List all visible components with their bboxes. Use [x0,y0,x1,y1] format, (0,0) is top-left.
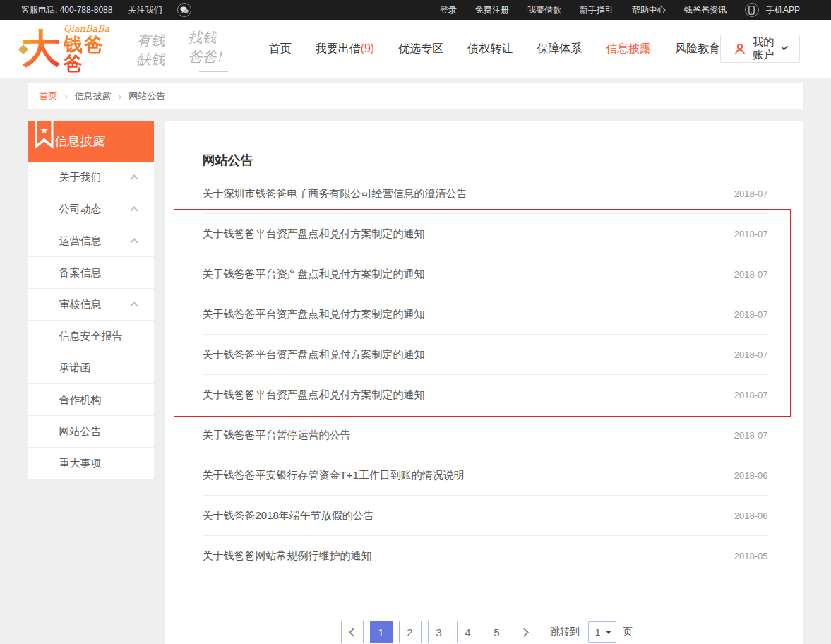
page-button-2[interactable]: 2 [399,621,422,643]
announcement-row[interactable]: 关于钱爸爸平台暂停运营的公告 2018-07 [203,415,768,455]
service-phone: 客服电话: 400-788-8088 [21,4,112,16]
register-link[interactable]: 免费注册 [475,4,509,16]
announcement-row[interactable]: 关于钱爸爸平台资产盘点和兑付方案制定的通知 2018-07 [203,214,768,254]
announcement-date: 2018-06 [734,511,768,521]
announcement-date: 2018-07 [734,309,768,320]
announcement-list: 关于深圳市钱爸爸电子商务有限公司经营信息的澄清公告 2018-07 关于钱爸爸平… [203,174,768,576]
sidebar-item-company-news[interactable]: 公司动态 [28,193,154,225]
page-button-4[interactable]: 4 [457,621,479,643]
bookmark-ribbon-icon: ★ [35,121,54,149]
announcement-row[interactable]: 关于钱爸爸网站常规例行维护的通知 2018-05 [203,536,768,576]
nav-item-disclosure[interactable]: 信息披露 [606,42,651,56]
brand-name-cn: 钱爸爸 [64,35,110,73]
nav-item-guarantee[interactable]: 保障体系 [537,42,582,56]
page-title: 网站公告 [203,121,768,169]
sidebar-item-commitment-letter[interactable]: 承诺函 [28,352,154,384]
breadcrumb-announcements[interactable]: 网站公告 [128,90,165,102]
sidebar-item-audit-info[interactable]: 审核信息 [28,289,154,321]
login-link[interactable]: 登录 [440,4,457,16]
announcement-date: 2018-07 [734,430,768,441]
announcement-row[interactable]: 关于钱爸爸平台资产盘点和兑付方案制定的通知 2018-07 [203,375,768,415]
next-page-button[interactable] [515,621,537,643]
site-logo[interactable]: 大 QianBaBa 钱爸爸 [21,24,110,73]
news-link[interactable]: 钱爸爸资讯 [684,4,727,16]
wechat-icon[interactable] [177,3,191,17]
nav-item-lend[interactable]: 我要出借(9) [316,42,375,56]
nav-item-featured[interactable]: 优选专区 [398,42,443,56]
sidebar-item-partners[interactable]: 合作机构 [28,384,154,416]
announcement-date: 2018-07 [734,390,768,400]
chevron-right-icon: › [65,91,68,102]
nav-item-risk-education[interactable]: 风险教育 [675,42,720,56]
newbie-guide-link[interactable]: 新手指引 [580,4,614,16]
announcement-row[interactable]: 关于深圳市钱爸爸电子商务有限公司经营信息的澄清公告 2018-07 [203,174,768,214]
announcements-panel: 网站公告 关于深圳市钱爸爸电子商务有限公司经营信息的澄清公告 2018-07 关… [165,121,803,644]
dropdown-arrow-icon [606,631,611,634]
sidebar-item-operation-info[interactable]: 运营信息 [28,225,154,257]
nav-item-debt-transfer[interactable]: 债权转让 [467,42,513,56]
main-nav: 首页 我要出借(9) 优选专区 债权转让 保障体系 信息披露 风险教育 [269,42,721,56]
lend-count-badge: (9) [361,42,375,54]
help-center-link[interactable]: 帮助中心 [632,4,666,16]
brand-slogan: 有钱缺钱 找钱爸爸! [137,28,244,69]
breadcrumb: 首页 › 信息披露 › 网站公告 [28,83,803,109]
sidebar-item-filing-info[interactable]: 备案信息 [28,257,154,289]
chevron-up-icon [130,206,138,214]
announcement-date: 2018-06 [734,470,768,481]
borrow-link[interactable]: 我要借款 [527,4,561,16]
announcement-row[interactable]: 关于钱爸爸2018年端午节放假的公告 2018-06 [203,496,768,536]
chevron-right-icon: › [119,91,121,102]
page-button-1[interactable]: 1 [370,621,393,643]
announcement-date: 2018-07 [734,229,768,239]
page-button-3[interactable]: 3 [428,621,450,643]
chevron-up-icon [130,174,138,182]
user-icon [734,42,746,55]
site-header: 大 QianBaBa 钱爸爸 有钱缺钱 找钱爸爸! 首页 我要出借(9) 优选专… [0,20,831,78]
slogan-right: 找钱爸爸! [189,28,228,69]
logo-mark-icon: 大 [21,28,61,70]
my-account-button[interactable]: 我的账户 [720,35,800,63]
chevron-left-icon [349,628,358,637]
announcement-row[interactable]: 关于钱爸爸平安银行存管资金T+1工作日到账的情况说明 2018-06 [203,455,768,496]
announcement-date: 2018-05 [734,551,768,561]
announcement-date: 2018-07 [734,269,768,280]
breadcrumb-home[interactable]: 首页 [40,90,58,102]
star-icon: ★ [40,125,49,149]
sidebar-item-about-us[interactable]: 关于我们 [28,162,154,193]
announcement-date: 2018-07 [734,189,768,199]
prev-page-button[interactable] [341,621,364,643]
brand-name-en: QianBaBa [64,24,110,33]
announcement-row[interactable]: 关于钱爸爸平台资产盘点和兑付方案制定的通知 2018-07 [203,335,768,375]
page-unit-label: 页 [623,626,633,638]
announcement-row[interactable]: 关于钱爸爸平台资产盘点和兑付方案制定的通知 2018-07 [203,294,768,335]
page-button-5[interactable]: 5 [486,621,508,643]
jump-to-label: 跳转到 [550,626,580,638]
announcement-row[interactable]: 关于钱爸爸平台资产盘点和兑付方案制定的通知 2018-07 [203,254,768,294]
top-utility-bar: 客服电话: 400-788-8088 关注我们 登录 免费注册 我要借款 新手指… [0,0,831,20]
follow-us-link[interactable]: 关注我们 [128,4,162,16]
sidebar: ★ 信息披露 关于我们 公司动态 运营信息 备案信息 审核信息 信息安全报告 [28,121,154,479]
mobile-app-link[interactable]: 手机APP [766,4,800,16]
my-account-label: 我的账户 [753,35,776,62]
sidebar-item-site-announcements[interactable]: 网站公告 [28,416,154,448]
chevron-up-icon [130,238,138,246]
chevron-right-icon [520,628,529,637]
sidebar-item-security-report[interactable]: 信息安全报告 [28,321,154,352]
page-jump-select[interactable]: 1 [588,621,616,643]
chevron-down-icon [782,44,788,50]
slogan-left: 有钱缺钱 [137,31,173,69]
sidebar-title: ★ 信息披露 [28,121,154,162]
sidebar-item-major-events[interactable]: 重大事项 [28,448,154,479]
chevron-up-icon [130,302,138,309]
breadcrumb-disclosure[interactable]: 信息披露 [75,90,112,102]
smartphone-icon[interactable] [745,3,759,17]
pagination: 1 2 3 4 5 跳转到 1 页 [203,621,768,643]
nav-item-home[interactable]: 首页 [269,42,292,56]
announcement-date: 2018-07 [734,350,768,360]
